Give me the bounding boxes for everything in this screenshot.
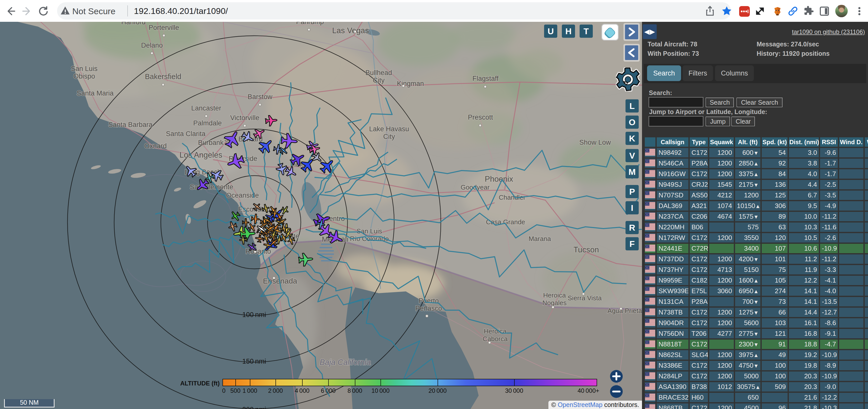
svg-text:Agua Prieta: Agua Prieta (608, 307, 642, 314)
svg-text:Heroica: Heroica (543, 292, 566, 299)
svg-text:Peñasco: Peñasco (415, 305, 442, 312)
svg-text:Phoenix: Phoenix (485, 175, 514, 183)
svg-text:Sierra Vista: Sierra Vista (568, 294, 602, 302)
svg-text:Las Vegas: Las Vegas (332, 26, 369, 35)
svg-text:Lancaster: Lancaster (191, 104, 221, 112)
svg-text:City: City (383, 133, 395, 140)
svg-text:Bullhead: Bullhead (365, 69, 392, 76)
svg-text:Prescott: Prescott (468, 113, 493, 121)
svg-text:Kingman: Kingman (397, 80, 424, 88)
svg-text:Palmdale: Palmdale (193, 120, 222, 127)
svg-text:Santa Barbara: Santa Barbara (108, 121, 153, 129)
svg-text:City: City (373, 76, 385, 84)
svg-text:Pahrump: Pahrump (296, 22, 324, 26)
svg-text:Barstow: Barstow (248, 93, 272, 101)
svg-text:Show Low: Show Low (579, 139, 611, 146)
svg-text:Hanford: Hanford (121, 22, 146, 26)
svg-text:San Clemente: San Clemente (190, 183, 233, 191)
svg-text:Santa Maria: Santa Maria (76, 90, 114, 97)
svg-text:100 nmi: 100 nmi (242, 311, 266, 318)
svg-text:Baja California: Baja California (319, 358, 371, 367)
svg-text:Puerto: Puerto (418, 297, 439, 305)
svg-text:150 nmi: 150 nmi (242, 357, 266, 365)
svg-text:Nogales: Nogales (542, 299, 566, 307)
svg-text:Porterville: Porterville (149, 24, 179, 31)
svg-text:Flagstaff: Flagstaff (472, 75, 499, 82)
svg-text:San Luis: San Luis (71, 65, 97, 72)
svg-text:Lake Havasu: Lake Havasu (369, 125, 409, 133)
svg-text:Santa Clarita: Santa Clarita (166, 130, 206, 138)
svg-text:Oxnard: Oxnard (144, 142, 167, 150)
svg-text:Caborca: Caborca (483, 335, 508, 343)
svg-text:Bakersfield: Bakersfield (145, 72, 181, 80)
svg-text:Delano: Delano (141, 41, 163, 49)
svg-text:Los Angeles: Los Angeles (180, 150, 222, 160)
svg-text:San Luis: San Luis (356, 227, 382, 235)
svg-text:Marana: Marana (529, 235, 551, 242)
svg-text:Tucson: Tucson (574, 245, 599, 254)
svg-text:Burbank: Burbank (198, 139, 224, 146)
svg-text:Victorville: Victorville (230, 114, 259, 122)
svg-text:200 nmi: 200 nmi (242, 406, 266, 409)
svg-text:Obispo: Obispo (73, 72, 95, 80)
